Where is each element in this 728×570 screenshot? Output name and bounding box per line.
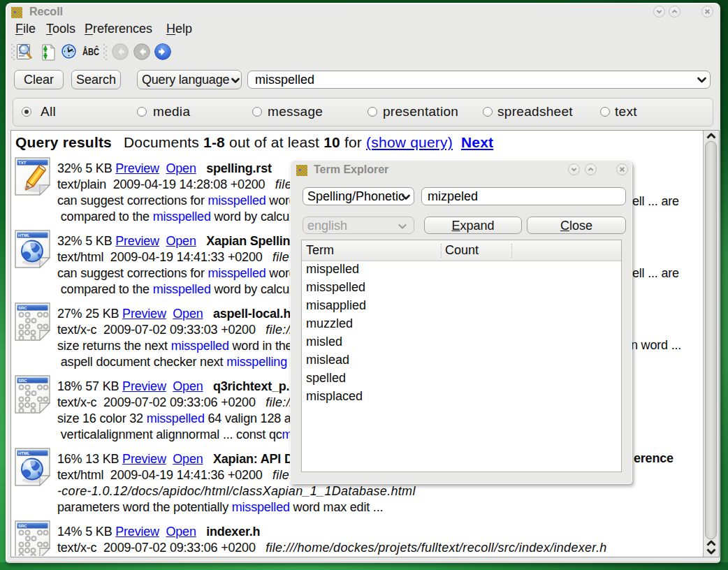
svg-text:ÅBĈ: ÅBĈ <box>82 45 99 57</box>
